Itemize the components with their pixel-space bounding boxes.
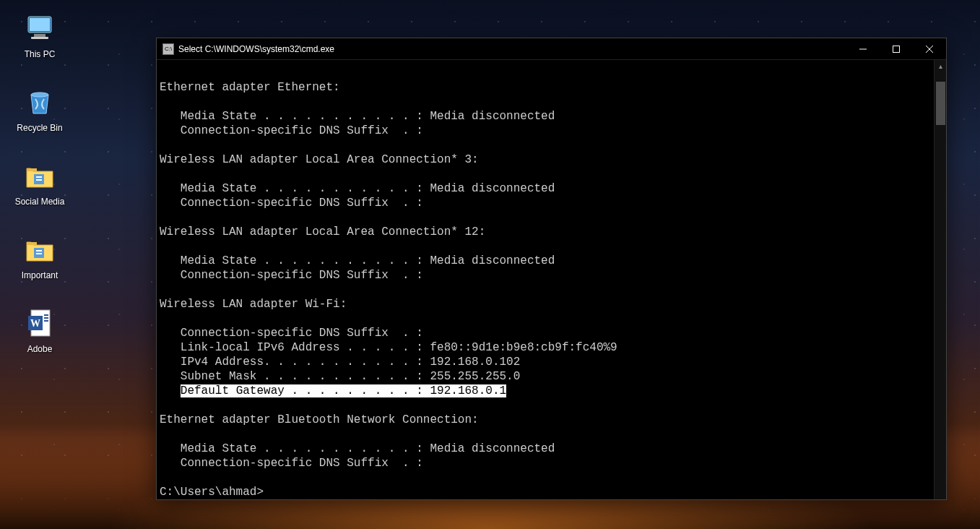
terminal-line: Connection-specific DNS Suffix . :	[160, 124, 931, 138]
svg-rect-12	[36, 253, 42, 254]
terminal-line: Subnet Mask . . . . . . . . . . . : 255.…	[160, 369, 931, 384]
word-doc-icon: W	[22, 306, 57, 340]
desktop-icon-label: Important	[22, 270, 58, 280]
terminal-line: Wireless LAN adapter Local Area Connecti…	[160, 152, 931, 167]
desktop-icons: This PC Recycle Bin Social Media	[7, 11, 72, 354]
desktop-icon-this-pc[interactable]: This PC	[7, 11, 72, 59]
terminal-line: Wireless LAN adapter Wi-Fi:	[160, 297, 931, 311]
terminal-body: Ethernet adapter Ethernet: Media State .…	[157, 60, 946, 499]
terminal-line	[160, 95, 931, 109]
terminal-line: Media State . . . . . . . . . . . : Medi…	[160, 109, 931, 124]
terminal-line: Connection-specific DNS Suffix . :	[160, 268, 931, 283]
terminal-line: Link-local IPv6 Address . . . . . : fe80…	[160, 340, 931, 355]
svg-rect-17	[44, 317, 48, 319]
svg-rect-11	[36, 250, 42, 251]
svg-rect-8	[36, 179, 42, 181]
svg-rect-5	[27, 168, 37, 171]
terminal-line	[160, 210, 931, 225]
svg-rect-16	[44, 314, 48, 316]
svg-rect-7	[36, 176, 42, 178]
scrollbar[interactable]: ▴	[934, 60, 946, 499]
svg-rect-9	[27, 242, 37, 245]
terminal-line: Media State . . . . . . . . . . . : Medi…	[160, 442, 931, 456]
maximize-button[interactable]	[880, 38, 913, 60]
terminal-line: IPv4 Address. . . . . . . . . . . : 192.…	[160, 355, 931, 369]
terminal-output[interactable]: Ethernet adapter Ethernet: Media State .…	[157, 60, 934, 499]
terminal-line	[160, 138, 931, 152]
desktop-icon-label: Social Media	[15, 197, 65, 207]
cmd-window: C:\ Select C:\WINDOWS\system32\cmd.exe E…	[156, 38, 947, 500]
cmd-icon: C:\	[162, 43, 174, 55]
terminal-line: Ethernet adapter Ethernet:	[160, 80, 931, 95]
svg-rect-1	[30, 18, 50, 31]
desktop-icon-important[interactable]: Important	[7, 232, 72, 280]
terminal-line: Connection-specific DNS Suffix . :	[160, 456, 931, 470]
terminal-line	[160, 398, 931, 413]
terminal-line: Media State . . . . . . . . . . . : Medi…	[160, 181, 931, 196]
terminal-line: Wireless LAN adapter Local Area Connecti…	[160, 225, 931, 239]
terminal-line: Connection-specific DNS Suffix . :	[160, 196, 931, 210]
terminal-line	[160, 167, 931, 181]
terminal-line: Connection-specific DNS Suffix . :	[160, 326, 931, 340]
close-button[interactable]	[913, 38, 946, 60]
folder-icon	[22, 232, 57, 267]
svg-rect-18	[44, 320, 48, 322]
terminal-line	[160, 66, 931, 80]
terminal-line	[160, 283, 931, 297]
svg-rect-3	[31, 37, 48, 39]
terminal-line: Default Gateway . . . . . . . . . : 192.…	[160, 384, 931, 398]
desktop-icon-social-media[interactable]: Social Media	[7, 158, 72, 207]
minimize-button[interactable]	[846, 38, 880, 60]
svg-rect-20	[893, 46, 900, 52]
folder-icon	[22, 158, 57, 193]
this-pc-icon	[22, 11, 57, 46]
desktop-icon-label: Recycle Bin	[17, 123, 62, 133]
scroll-up-arrow[interactable]: ▴	[935, 60, 946, 72]
terminal-line: Media State . . . . . . . . . . . : Medi…	[160, 254, 931, 268]
desktop-icon-adobe[interactable]: W Adobe	[7, 306, 72, 354]
selected-text: Default Gateway . . . . . . . . . : 192.…	[181, 384, 506, 397]
svg-point-4	[31, 93, 48, 97]
recycle-bin-icon	[22, 85, 57, 119]
desktop-icon-recycle-bin[interactable]: Recycle Bin	[7, 85, 72, 133]
terminal-line	[160, 470, 931, 485]
terminal-line	[160, 427, 931, 442]
terminal-line	[160, 311, 931, 326]
desktop-icon-label: Adobe	[27, 344, 53, 354]
terminal-line: Ethernet adapter Bluetooth Network Conne…	[160, 413, 931, 427]
window-title: Select C:\WINDOWS\system32\cmd.exe	[178, 44, 334, 54]
scroll-thumb[interactable]	[936, 82, 945, 125]
svg-rect-2	[34, 34, 45, 37]
terminal-line	[160, 239, 931, 254]
desktop-icon-label: This PC	[25, 49, 56, 59]
svg-text:W: W	[30, 318, 40, 329]
titlebar[interactable]: C:\ Select C:\WINDOWS\system32\cmd.exe	[157, 38, 946, 60]
terminal-line: C:\Users\ahmad>	[160, 485, 931, 499]
